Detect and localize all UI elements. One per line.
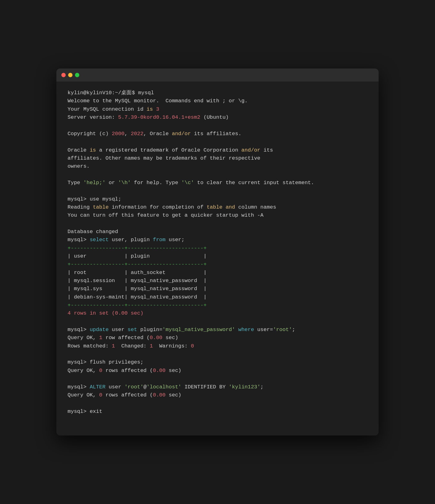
terminal-body: kylin@kylinV10:~/桌面$ mysql Welcome to th…	[56, 82, 379, 423]
line-exit: mysql> exit	[68, 408, 367, 416]
empty-line-9	[68, 399, 367, 407]
empty-line-1	[68, 122, 367, 130]
empty-line-3	[68, 171, 367, 179]
empty-line-8	[68, 375, 367, 383]
empty-line-6	[68, 318, 367, 326]
line-prompt-mysql: kylin@kylinV10:~/桌面$ mysql	[68, 89, 367, 97]
line-db-changed: Database changed	[68, 228, 367, 236]
maximize-button[interactable]	[75, 73, 79, 77]
line-connection-id: Your MySQL connection id is 3	[68, 105, 367, 113]
line-query-ok-1: Query OK, 1 row affected (0.00 sec)	[68, 334, 367, 342]
line-oracle-trademark3: owners.	[68, 162, 367, 170]
terminal-window: kylin@kylinV10:~/桌面$ mysql Welcome to th…	[56, 69, 379, 435]
table-row-debian: | debian-sys-maint| mysql_native_passwor…	[68, 293, 367, 301]
table-row-root: | root | auth_socket |	[68, 269, 367, 277]
line-query-ok-2: Query OK, 0 rows affected (0.00 sec)	[68, 367, 367, 375]
line-oracle-trademark2: affiliates. Other names may be trademark…	[68, 154, 367, 162]
table-sep-bottom: +-----------------+---------------------…	[68, 301, 367, 309]
line-copyright: Copyright (c) 2000, 2022, Oracle and/or …	[68, 130, 367, 138]
line-row-count: 4 rows in set (0.00 sec)	[68, 309, 367, 317]
line-update-query: mysql> update user set plugin='mysql_nat…	[68, 326, 367, 334]
line-rows-matched: Rows matched: 1 Changed: 1 Warnings: 0	[68, 342, 367, 350]
title-bar	[56, 69, 379, 82]
line-help: Type 'help;' or '\h' for help. Type '\c'…	[68, 179, 367, 187]
table-sep-top: +-----------------+---------------------…	[68, 244, 367, 252]
line-reading-table: Reading table information for completion…	[68, 203, 367, 211]
empty-line-4	[68, 187, 367, 195]
line-turn-off: You can turn off this feature to get a q…	[68, 211, 367, 219]
line-select-query: mysql> select user, plugin from user;	[68, 236, 367, 244]
line-query-ok-3: Query OK, 0 rows affected (0.00 sec)	[68, 391, 367, 399]
line-alter-query: mysql> ALTER user 'root'@'localhost' IDE…	[68, 383, 367, 391]
table-header: | user | plugin |	[68, 252, 367, 260]
table-row-sys: | mysql.sys | mysql_native_password |	[68, 285, 367, 293]
table-sep-header: +-----------------+---------------------…	[68, 260, 367, 268]
empty-line-7	[68, 350, 367, 358]
line-welcome: Welcome to the MySQL monitor. Commands e…	[68, 97, 367, 105]
table-row-session: | mysql.session | mysql_native_password …	[68, 277, 367, 285]
minimize-button[interactable]	[68, 73, 72, 77]
line-oracle-trademark1: Oracle is a registered trademark of Orac…	[68, 146, 367, 154]
line-server-version: Server version: 5.7.39-0kord0.16.04.1+es…	[68, 113, 367, 122]
line-flush: mysql> flush privileges;	[68, 358, 367, 366]
empty-line-2	[68, 138, 367, 146]
close-button[interactable]	[61, 73, 66, 77]
line-use-mysql: mysql> use mysql;	[68, 195, 367, 203]
empty-line-5	[68, 220, 367, 228]
